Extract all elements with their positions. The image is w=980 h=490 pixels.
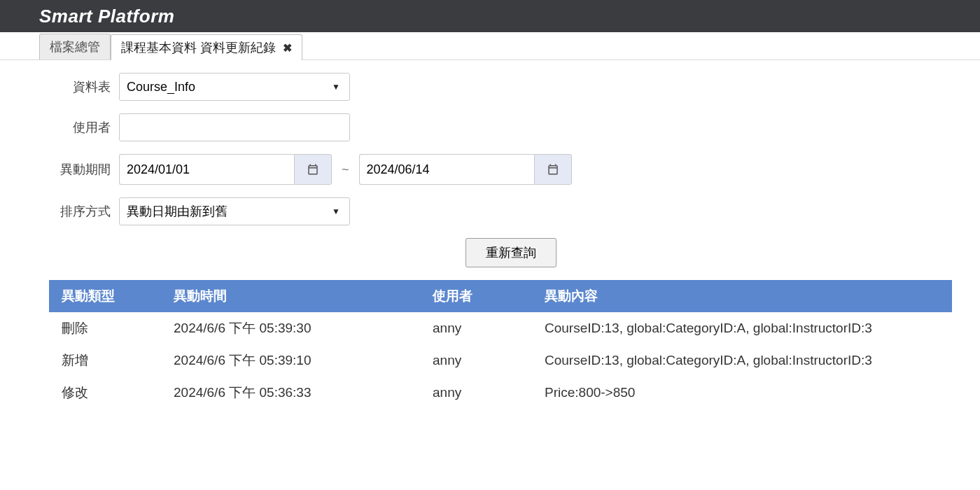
tab-bar: 檔案總管 課程基本資料 資料更新紀錄 ✖ xyxy=(0,32,980,60)
table-header-row: 異動類型 異動時間 使用者 異動內容 xyxy=(49,280,952,312)
label-sort: 排序方式 xyxy=(42,203,119,220)
tab-file-explorer[interactable]: 檔案總管 xyxy=(39,34,111,59)
col-user: 使用者 xyxy=(420,280,532,312)
cell-change-type: 新增 xyxy=(49,344,161,377)
cell-change-content: CourseID:13, global:CategoryID:A, global… xyxy=(532,312,952,344)
cell-change-type: 刪除 xyxy=(49,312,161,344)
cell-change-time: 2024/6/6 下午 05:39:30 xyxy=(161,312,420,344)
cell-change-type: 修改 xyxy=(49,377,161,409)
input-date-to[interactable] xyxy=(359,154,534,185)
header-bar: Smart Platform xyxy=(0,0,980,32)
table-row: 刪除 2024/6/6 下午 05:39:30 anny CourseID:13… xyxy=(49,312,952,344)
select-table[interactable]: Course_Info xyxy=(119,73,350,101)
date-range: ~ xyxy=(119,154,572,185)
label-table: 資料表 xyxy=(42,78,119,95)
date-to-picker-button[interactable] xyxy=(534,154,572,185)
date-separator: ~ xyxy=(342,162,349,177)
col-change-content: 異動內容 xyxy=(532,280,952,312)
col-change-type: 異動類型 xyxy=(49,280,161,312)
tab-label: 課程基本資料 資料更新紀錄 xyxy=(121,39,276,56)
close-icon[interactable]: ✖ xyxy=(283,41,292,55)
tab-course-update-log[interactable]: 課程基本資料 資料更新紀錄 ✖ xyxy=(111,34,302,60)
filter-form: 資料表 Course_Info 使用者 異動期間 ~ xyxy=(0,60,980,267)
col-change-time: 異動時間 xyxy=(161,280,420,312)
calendar-icon xyxy=(547,163,559,176)
calendar-icon xyxy=(307,163,319,176)
date-from-picker-button[interactable] xyxy=(294,154,332,185)
input-user[interactable] xyxy=(119,113,350,141)
label-period: 異動期間 xyxy=(42,161,119,178)
cell-user: anny xyxy=(420,344,532,377)
cell-change-content: Price:800->850 xyxy=(532,377,952,409)
table-row: 修改 2024/6/6 下午 05:36:33 anny Price:800->… xyxy=(49,377,952,409)
cell-change-time: 2024/6/6 下午 05:36:33 xyxy=(161,377,420,409)
cell-change-time: 2024/6/6 下午 05:39:10 xyxy=(161,344,420,377)
cell-user: anny xyxy=(420,377,532,409)
results-table: 異動類型 異動時間 使用者 異動內容 刪除 2024/6/6 下午 05:39:… xyxy=(49,280,952,409)
tab-label: 檔案總管 xyxy=(50,38,100,55)
cell-user: anny xyxy=(420,312,532,344)
input-date-from[interactable] xyxy=(119,154,294,185)
search-button[interactable]: 重新查詢 xyxy=(465,238,556,267)
cell-change-content: CourseID:13, global:CategoryID:A, global… xyxy=(532,344,952,377)
table-row: 新增 2024/6/6 下午 05:39:10 anny CourseID:13… xyxy=(49,344,952,377)
label-user: 使用者 xyxy=(42,119,119,136)
app-title: Smart Platform xyxy=(39,6,174,27)
select-sort[interactable]: 異動日期由新到舊 xyxy=(119,197,350,225)
